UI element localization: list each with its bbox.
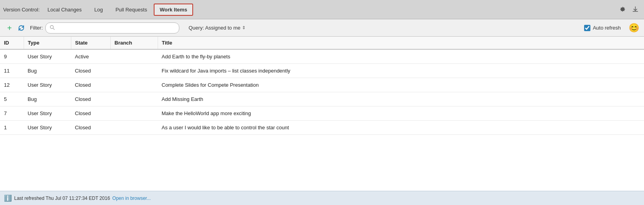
cell-id: 11 bbox=[0, 64, 24, 78]
query-selector[interactable]: Query: Assigned to me ⇕ bbox=[189, 25, 246, 31]
col-header-id: ID bbox=[0, 37, 24, 49]
auto-refresh-area: Auto refresh bbox=[584, 25, 621, 31]
toolbar: + Filter: Query: Assigned to me ⇕ bbox=[0, 19, 644, 37]
cell-state: Closed bbox=[71, 92, 110, 106]
col-header-type: Type bbox=[24, 37, 71, 49]
table-row[interactable]: 9User StoryActiveAdd Earth to the fly-by… bbox=[0, 49, 644, 64]
svg-point-0 bbox=[50, 25, 53, 28]
cell-state: Closed bbox=[71, 64, 110, 78]
cell-branch bbox=[110, 64, 158, 78]
tab-bar: Version Control: Local Changes Log Pull … bbox=[0, 0, 644, 19]
work-items-table-container: ID Type State Branch Title 9User StoryAc… bbox=[0, 37, 644, 191]
cell-title: Complete Slides for Compete Presentation bbox=[158, 78, 644, 92]
version-control-label: Version Control: bbox=[3, 7, 40, 13]
cell-type: Bug bbox=[24, 92, 71, 106]
smiley-icon[interactable]: 😊 bbox=[629, 23, 639, 33]
search-icon bbox=[50, 25, 55, 31]
search-input[interactable] bbox=[57, 25, 175, 31]
cell-type: User Story bbox=[24, 121, 71, 135]
search-box bbox=[45, 22, 179, 34]
filter-label: Filter: bbox=[30, 25, 43, 31]
col-header-branch: Branch bbox=[110, 37, 158, 49]
tab-work-items[interactable]: Work Items bbox=[154, 4, 193, 16]
info-icon: ℹ️ bbox=[4, 194, 12, 202]
gear-icon bbox=[620, 6, 626, 13]
add-button[interactable]: + bbox=[5, 23, 14, 33]
cell-type: Bug bbox=[24, 64, 71, 78]
cell-branch bbox=[110, 49, 158, 64]
cell-state: Closed bbox=[71, 78, 110, 92]
cell-title: Add Missing Earth bbox=[158, 92, 644, 106]
table-row[interactable]: 12User StoryClosedComplete Slides for Co… bbox=[0, 78, 644, 92]
cell-id: 9 bbox=[0, 49, 24, 64]
table-row[interactable]: 7User StoryClosedMake the HelloWorld app… bbox=[0, 106, 644, 121]
table-row[interactable]: 11BugClosedFix wildcard for Java imports… bbox=[0, 64, 644, 78]
status-text: Last refreshed Thu Jul 07 11:27:34 EDT 2… bbox=[14, 196, 110, 201]
tab-log[interactable]: Log bbox=[88, 4, 109, 16]
cell-branch bbox=[110, 106, 158, 121]
cell-type: User Story bbox=[24, 78, 71, 92]
cell-branch bbox=[110, 78, 158, 92]
refresh-icon bbox=[18, 24, 25, 32]
cell-state: Active bbox=[71, 49, 110, 64]
cell-id: 12 bbox=[0, 78, 24, 92]
cell-type: User Story bbox=[24, 49, 71, 64]
table-row[interactable]: 1User StoryClosedAs a user I would like … bbox=[0, 121, 644, 135]
query-dropdown-arrow: ⇕ bbox=[242, 25, 246, 30]
cell-state: Closed bbox=[71, 121, 110, 135]
col-header-title: Title bbox=[158, 37, 644, 49]
cell-title: Make the HelloWorld app more exciting bbox=[158, 106, 644, 121]
settings-button[interactable] bbox=[617, 4, 628, 15]
cell-id: 7 bbox=[0, 106, 24, 121]
tab-pull-requests[interactable]: Pull Requests bbox=[110, 4, 153, 16]
cell-state: Closed bbox=[71, 106, 110, 121]
tab-bar-actions bbox=[617, 4, 641, 15]
download-icon bbox=[633, 6, 638, 13]
auto-refresh-checkbox[interactable] bbox=[584, 25, 590, 31]
auto-refresh-label: Auto refresh bbox=[593, 25, 621, 31]
cell-branch bbox=[110, 121, 158, 135]
query-label: Query: Assigned to me bbox=[189, 25, 241, 31]
table-row[interactable]: 5BugClosedAdd Missing Earth bbox=[0, 92, 644, 106]
status-bar: ℹ️ Last refreshed Thu Jul 07 11:27:34 ED… bbox=[0, 191, 644, 205]
cell-title: As a user I would like to be able to con… bbox=[158, 121, 644, 135]
cell-type: User Story bbox=[24, 106, 71, 121]
cell-id: 1 bbox=[0, 121, 24, 135]
download-button[interactable] bbox=[630, 4, 641, 15]
table-header: ID Type State Branch Title bbox=[0, 37, 644, 49]
cell-title: Fix wildcard for Java imports – list cla… bbox=[158, 64, 644, 78]
svg-line-1 bbox=[53, 28, 54, 29]
toolbar-left: + Filter: bbox=[5, 22, 179, 34]
col-header-state: State bbox=[71, 37, 110, 49]
work-items-table: ID Type State Branch Title 9User StoryAc… bbox=[0, 37, 644, 135]
cell-title: Add Earth to the fly-by planets bbox=[158, 49, 644, 64]
refresh-button[interactable] bbox=[17, 23, 26, 33]
table-body: 9User StoryActiveAdd Earth to the fly-by… bbox=[0, 49, 644, 135]
open-in-browser-link[interactable]: Open in browser... bbox=[112, 196, 151, 201]
tab-local-changes[interactable]: Local Changes bbox=[42, 4, 88, 16]
cell-id: 5 bbox=[0, 92, 24, 106]
cell-branch bbox=[110, 92, 158, 106]
